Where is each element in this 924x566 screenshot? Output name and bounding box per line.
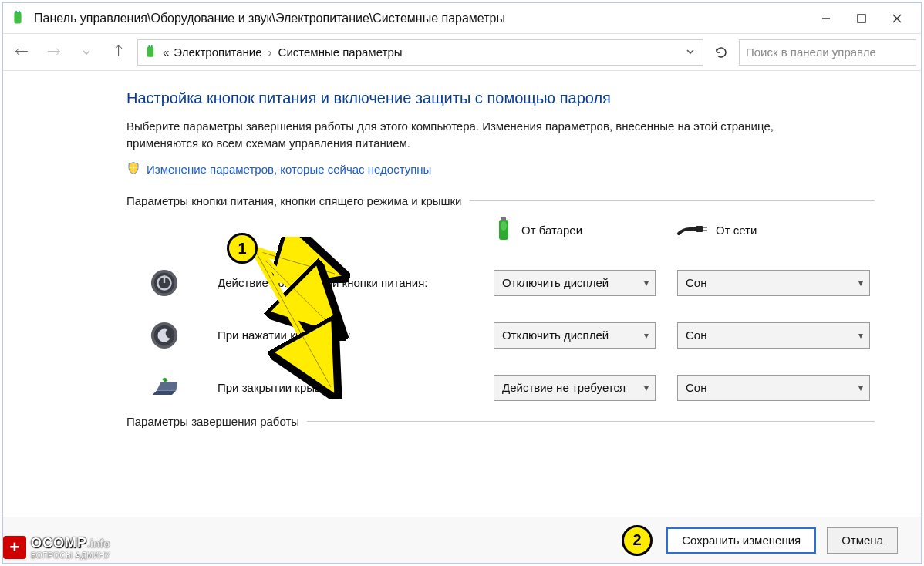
svg-rect-8 bbox=[149, 45, 150, 47]
svg-rect-13 bbox=[696, 226, 703, 232]
lid-close-icon bbox=[150, 373, 179, 403]
chevron-down-icon: ▾ bbox=[858, 382, 863, 393]
breadcrumb-dropdown[interactable] bbox=[683, 45, 698, 59]
plug-icon bbox=[677, 220, 708, 241]
svg-rect-11 bbox=[501, 217, 506, 221]
svg-rect-1 bbox=[15, 10, 17, 12]
search-placeholder: Поиск в панели управле bbox=[746, 45, 876, 59]
chevron-down-icon: ▾ bbox=[858, 278, 863, 288]
sleep-button-plugged-combo[interactable]: Сон▾ bbox=[677, 322, 870, 349]
power-button-battery-combo[interactable]: Отключить дисплей▾ bbox=[494, 270, 656, 296]
forward-button[interactable]: 🡒 bbox=[40, 39, 68, 66]
breadcrumb-item[interactable]: Электропитание bbox=[174, 45, 261, 59]
change-unavailable-settings-link[interactable]: Изменение параметров, которые сейчас нед… bbox=[126, 161, 875, 177]
chevron-right-icon: › bbox=[267, 45, 274, 59]
svg-rect-7 bbox=[147, 46, 153, 56]
page-title: Настройка кнопок питания и включение защ… bbox=[126, 89, 875, 107]
plus-icon: + bbox=[3, 536, 26, 559]
breadcrumb[interactable]: « Электропитание › Системные параметры bbox=[137, 39, 703, 66]
back-button[interactable]: 🡐 bbox=[8, 39, 35, 66]
power-plan-icon bbox=[9, 10, 26, 27]
row-label-lid-close: При закрытии крышки: bbox=[218, 381, 480, 394]
shield-icon bbox=[126, 161, 140, 177]
chevron-down-icon: ▾ bbox=[644, 278, 649, 288]
search-input[interactable]: Поиск в панели управле bbox=[739, 39, 916, 66]
chevron-down-icon: ▾ bbox=[644, 382, 649, 393]
recent-dropdown[interactable] bbox=[73, 39, 100, 66]
section-heading-shutdown: Параметры завершения работы bbox=[126, 415, 875, 428]
up-button[interactable]: 🡑 bbox=[105, 39, 133, 66]
link-text: Изменение параметров, которые сейчас нед… bbox=[147, 163, 431, 176]
lid-close-battery-combo[interactable]: Действие не требуется▾ bbox=[494, 375, 656, 401]
svg-point-12 bbox=[501, 221, 507, 231]
window-title: Панель управления\Оборудование и звук\Эл… bbox=[34, 12, 808, 25]
cancel-button[interactable]: Отмена bbox=[827, 527, 898, 554]
column-header-battery: От батареи bbox=[494, 215, 663, 245]
page-description: Выберите параметры завершения работы для… bbox=[126, 118, 821, 152]
power-plan-icon bbox=[143, 45, 158, 60]
save-button[interactable]: Сохранить изменения bbox=[666, 527, 816, 554]
power-button-icon bbox=[150, 268, 179, 298]
breadcrumb-prefix: « bbox=[163, 45, 169, 59]
svg-rect-2 bbox=[19, 10, 20, 12]
breadcrumb-item[interactable]: Системные параметры bbox=[278, 45, 403, 59]
maximize-button[interactable] bbox=[844, 6, 879, 31]
annotation-marker-2: 2 bbox=[622, 525, 653, 556]
navigation-bar: 🡐 🡒 🡑 « Электропитание › Системные парам… bbox=[3, 34, 921, 71]
watermark: + OCOMP.info ВОПРОСЫ АДМИНУ bbox=[3, 535, 110, 560]
minimize-button[interactable] bbox=[808, 6, 844, 31]
svg-rect-9 bbox=[151, 45, 153, 47]
row-label-power-button: Действие при нажатии кнопки питания: bbox=[218, 276, 480, 289]
window-titlebar: Панель управления\Оборудование и звук\Эл… bbox=[3, 3, 921, 34]
chevron-down-icon: ▾ bbox=[644, 330, 649, 341]
sleep-button-battery-combo[interactable]: Отключить дисплей▾ bbox=[494, 322, 656, 349]
sleep-button-icon bbox=[150, 321, 179, 350]
dialog-buttons: 2 Сохранить изменения Отмена bbox=[3, 517, 921, 563]
section-heading: Параметры кнопки питания, кнопки спящего… bbox=[126, 194, 875, 207]
column-header-plugged: От сети bbox=[677, 220, 870, 241]
content-pane: Настройка кнопок питания и включение защ… bbox=[3, 71, 921, 517]
chevron-down-icon: ▾ bbox=[858, 330, 863, 341]
refresh-button[interactable] bbox=[708, 39, 734, 66]
svg-rect-4 bbox=[858, 15, 865, 22]
battery-icon bbox=[494, 215, 514, 245]
annotation-marker-1: 1 bbox=[227, 233, 258, 264]
close-button[interactable] bbox=[879, 6, 915, 31]
lid-close-plugged-combo[interactable]: Сон▾ bbox=[677, 375, 870, 401]
svg-rect-0 bbox=[14, 12, 21, 23]
row-label-sleep-button: При нажатии кнопки сна: bbox=[218, 328, 480, 342]
power-button-plugged-combo[interactable]: Сон▾ bbox=[677, 270, 870, 296]
